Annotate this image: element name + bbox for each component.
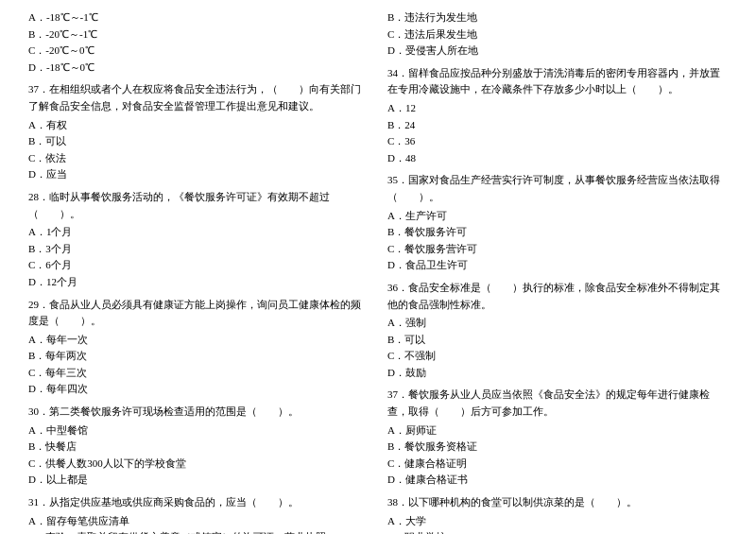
question-38: 38．以下哪种机构的食堂可以制供凉菜的是（ ）。 A．大学 B．职业学校 C．小…: [387, 494, 728, 534]
page-container: A．-18℃～-1℃ B．-20℃～-1℃ C．-20℃～0℃ D．-18℃～0…: [28, 9, 728, 534]
option-item: A．中型餐馆: [28, 422, 369, 439]
question-27: 37．在相组织或者个人在权应将食品安全违法行为，（ ）向有关部门了解食品安全信息…: [28, 81, 369, 183]
option-item: D．应当: [28, 166, 369, 183]
option-item: A．大学: [387, 513, 728, 530]
option-item: B．-20℃～-1℃: [28, 26, 369, 43]
question-31: 31．从指定供应基地或供应商采购食品的，应当（ ）。 A．留存每笔供应清单 B．…: [28, 494, 369, 534]
option-item: B．24: [387, 117, 728, 134]
right-column: B．违法行为发生地 C．违法后果发生地 D．受侵害人所在地 34．留样食品应按品…: [387, 9, 728, 534]
option-item: D．每年四次: [28, 381, 369, 398]
option-item: C．依法: [28, 150, 369, 167]
option-item: C．餐饮服务营许可: [387, 241, 728, 258]
option-item: A．厨师证: [387, 422, 728, 439]
question-text: 29．食品从业人员必须具有健康证方能上岗操作，询问员工健康体检的频度是（ ）。: [28, 297, 369, 330]
two-col-layout: A．-18℃～-1℃ B．-20℃～-1℃ C．-20℃～0℃ D．-18℃～0…: [28, 9, 728, 534]
question-33-cont: B．违法行为发生地 C．违法后果发生地 D．受侵害人所在地: [387, 9, 728, 60]
option-item: C．健康合格证明: [387, 456, 728, 473]
option-item: D．健康合格证书: [387, 472, 728, 489]
option-item: C．不强制: [387, 348, 728, 365]
question-30: 30．第二类餐饮服务许可现场检查适用的范围是（ ）。 A．中型餐馆 B．快餐店 …: [28, 404, 369, 489]
option-item: D．鼓励: [387, 365, 728, 382]
option-item: C．违法后果发生地: [387, 26, 728, 43]
option-item: B．可以: [28, 133, 369, 150]
question-text: 28．临时从事餐饮服务活动的，《餐饮服务许可证》有效期不超过（ ）。: [28, 189, 369, 222]
question-text: 38．以下哪种机构的食堂可以制供凉菜的是（ ）。: [387, 494, 728, 511]
prev-options-block: A．-18℃～-1℃ B．-20℃～-1℃ C．-20℃～0℃ D．-18℃～0…: [28, 9, 369, 76]
option-item: A．生产许可: [387, 208, 728, 225]
option-item: D．-18℃～0℃: [28, 60, 369, 77]
question-29: 29．食品从业人员必须具有健康证方能上岗操作，询问员工健康体检的频度是（ ）。 …: [28, 297, 369, 399]
option-item: B．3个月: [28, 241, 369, 258]
question-37: 37．餐饮服务从业人员应当依照《食品安全法》的规定每年进行健康检查，取得（ ）后…: [387, 387, 728, 489]
option-item: A．有权: [28, 117, 369, 134]
option-item: D．受侵害人所在地: [387, 43, 728, 60]
option-item: B．违法行为发生地: [387, 9, 728, 26]
question-28: 28．临时从事餐饮服务活动的，《餐饮服务许可证》有效期不超过（ ）。 A．1个月…: [28, 189, 369, 291]
option-item: A．留存每笔供应清单: [28, 513, 369, 530]
option-item: C．6个月: [28, 257, 369, 274]
question-text: 37．在相组织或者个人在权应将食品安全违法行为，（ ）向有关部门了解食品安全信息…: [28, 81, 369, 114]
question-text: 30．第二类餐饮服务许可现场检查适用的范围是（ ）。: [28, 404, 369, 421]
option-item: B．餐饮服务许可: [387, 224, 728, 241]
option-item: B．查验、索取并留存供货方盖章（或签字）的许可证、营业执照: [28, 529, 369, 534]
option-item: B．每年两次: [28, 348, 369, 365]
question-36: 36．食品安全标准是（ ）执行的标准，除食品安全标准外不得制定其他的食品强制性标…: [387, 280, 728, 382]
option-item: B．职业学校: [387, 529, 728, 534]
question-text: 36．食品安全标准是（ ）执行的标准，除食品安全标准外不得制定其他的食品强制性标…: [387, 280, 728, 313]
question-35: 35．国家对食品生产经营实行许可制度，从事餐饮服务经营应当依法取得（ ）。 A．…: [387, 172, 728, 274]
question-text: 31．从指定供应基地或供应商采购食品的，应当（ ）。: [28, 494, 369, 511]
option-item: A．每年一次: [28, 332, 369, 349]
question-text: 37．餐饮服务从业人员应当依照《食品安全法》的规定每年进行健康检查，取得（ ）后…: [387, 387, 728, 420]
option-item: D．以上都是: [28, 472, 369, 489]
option-item: D．食品卫生许可: [387, 257, 728, 274]
question-text: 34．留样食品应按品种分别盛放于清洗消毒后的密闭专用容器内，并放置在专用冷藏设施…: [387, 65, 728, 98]
left-column: A．-18℃～-1℃ B．-20℃～-1℃ C．-20℃～0℃ D．-18℃～0…: [28, 9, 369, 534]
option-item: D．48: [387, 150, 728, 167]
option-item: A．12: [387, 100, 728, 117]
option-item: C．36: [387, 133, 728, 150]
option-item: C．每年三次: [28, 365, 369, 382]
option-item: A．-18℃～-1℃: [28, 9, 369, 26]
option-item: C．-20℃～0℃: [28, 43, 369, 60]
option-item: C．供餐人数300人以下的学校食堂: [28, 456, 369, 473]
option-item: B．快餐店: [28, 439, 369, 456]
question-text: 35．国家对食品生产经营实行许可制度，从事餐饮服务经营应当依法取得（ ）。: [387, 172, 728, 205]
option-item: A．1个月: [28, 224, 369, 241]
question-34: 34．留样食品应按品种分别盛放于清洗消毒后的密闭专用容器内，并放置在专用冷藏设施…: [387, 65, 728, 167]
option-item: D．12个月: [28, 274, 369, 291]
option-item: A．强制: [387, 315, 728, 332]
option-item: B．餐饮服务资格证: [387, 439, 728, 456]
option-item: B．可以: [387, 332, 728, 349]
